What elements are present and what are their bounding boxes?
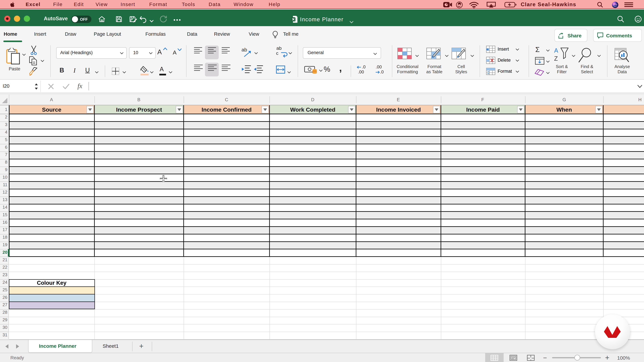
svg-text:A: A xyxy=(554,47,558,54)
svg-text:Z: Z xyxy=(554,55,558,62)
